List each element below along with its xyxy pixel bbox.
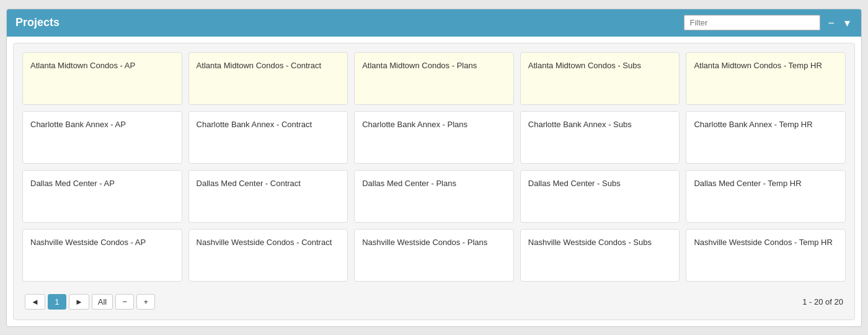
- project-card-label: Nashville Westside Condos - Plans: [362, 237, 487, 248]
- project-card-label: Charlotte Bank Annex - Contract: [197, 119, 312, 130]
- project-card[interactable]: Charlotte Bank Annex - AP: [22, 111, 182, 164]
- project-card-label: Nashville Westside Condos - AP: [30, 237, 146, 248]
- project-card[interactable]: Atlanta Midtown Condos - Plans: [354, 52, 514, 105]
- project-card-label: Charlotte Bank Annex - AP: [30, 119, 126, 130]
- project-card-label: Dallas Med Center - Subs: [528, 178, 621, 189]
- project-card-label: Dallas Med Center - Temp HR: [694, 178, 801, 189]
- app-container: Projects − ▾ Atlanta Midtown Condos - AP…: [6, 9, 862, 327]
- project-card-label: Charlotte Bank Annex - Subs: [528, 119, 632, 130]
- pagination-info: 1 - 20 of 20: [802, 297, 843, 306]
- project-card-label: Atlanta Midtown Condos - Contract: [197, 60, 322, 71]
- project-card[interactable]: Charlotte Bank Annex - Contract: [188, 111, 348, 164]
- project-card-label: Dallas Med Center - Plans: [362, 178, 456, 189]
- project-card[interactable]: Charlotte Bank Annex - Temp HR: [686, 111, 846, 164]
- project-card[interactable]: Dallas Med Center - Subs: [520, 170, 680, 223]
- project-card-label: Dallas Med Center - AP: [30, 178, 115, 189]
- content-area: Atlanta Midtown Condos - APAtlanta Midto…: [13, 43, 855, 320]
- project-card-label: Dallas Med Center - Contract: [197, 178, 301, 189]
- page-title: Projects: [16, 16, 60, 29]
- project-card[interactable]: Dallas Med Center - Contract: [188, 170, 348, 223]
- project-card[interactable]: Dallas Med Center - Plans: [354, 170, 514, 223]
- project-card[interactable]: Dallas Med Center - Temp HR: [686, 170, 846, 223]
- project-card-label: Atlanta Midtown Condos - AP: [30, 60, 135, 71]
- plus-button[interactable]: +: [136, 294, 155, 310]
- project-card-label: Atlanta Midtown Condos - Temp HR: [694, 60, 822, 71]
- project-card[interactable]: Nashville Westside Condos - Subs: [520, 229, 680, 282]
- project-card-label: Atlanta Midtown Condos - Plans: [362, 60, 477, 71]
- minus-button[interactable]: −: [115, 294, 134, 310]
- project-card[interactable]: Nashville Westside Condos - Contract: [188, 229, 348, 282]
- project-card[interactable]: Nashville Westside Condos - Plans: [354, 229, 514, 282]
- project-card[interactable]: Atlanta Midtown Condos - Temp HR: [686, 52, 846, 105]
- collapse-button[interactable]: ▾: [842, 17, 852, 29]
- project-card[interactable]: Atlanta Midtown Condos - Contract: [188, 52, 348, 105]
- project-card[interactable]: Charlotte Bank Annex - Plans: [354, 111, 514, 164]
- project-card-label: Nashville Westside Condos - Contract: [197, 237, 332, 248]
- minimize-button[interactable]: −: [825, 17, 837, 29]
- filter-input[interactable]: [684, 15, 820, 30]
- project-card-label: Charlotte Bank Annex - Temp HR: [694, 119, 812, 130]
- project-card[interactable]: Atlanta Midtown Condos - Subs: [520, 52, 680, 105]
- project-card[interactable]: Nashville Westside Condos - AP: [22, 229, 182, 282]
- project-card[interactable]: Nashville Westside Condos - Temp HR: [686, 229, 846, 282]
- project-card-label: Atlanta Midtown Condos - Subs: [528, 60, 641, 71]
- project-card[interactable]: Dallas Med Center - AP: [22, 170, 182, 223]
- all-button[interactable]: All: [92, 294, 113, 310]
- project-card-label: Charlotte Bank Annex - Plans: [362, 119, 467, 130]
- pagination-controls: ◄ 1 ► All − +: [25, 294, 155, 310]
- prev-page-button[interactable]: ◄: [25, 294, 45, 310]
- project-card[interactable]: Atlanta Midtown Condos - AP: [22, 52, 182, 105]
- pagination-bar: ◄ 1 ► All − + 1 - 20 of 20: [22, 290, 846, 311]
- next-page-button[interactable]: ►: [69, 294, 89, 310]
- header-bar: Projects − ▾: [7, 9, 861, 37]
- current-page-button[interactable]: 1: [48, 294, 66, 310]
- project-card-label: Nashville Westside Condos - Temp HR: [694, 237, 833, 248]
- project-card-label: Nashville Westside Condos - Subs: [528, 237, 652, 248]
- project-card[interactable]: Charlotte Bank Annex - Subs: [520, 111, 680, 164]
- project-grid: Atlanta Midtown Condos - APAtlanta Midto…: [22, 52, 846, 282]
- header-controls: − ▾: [684, 15, 852, 30]
